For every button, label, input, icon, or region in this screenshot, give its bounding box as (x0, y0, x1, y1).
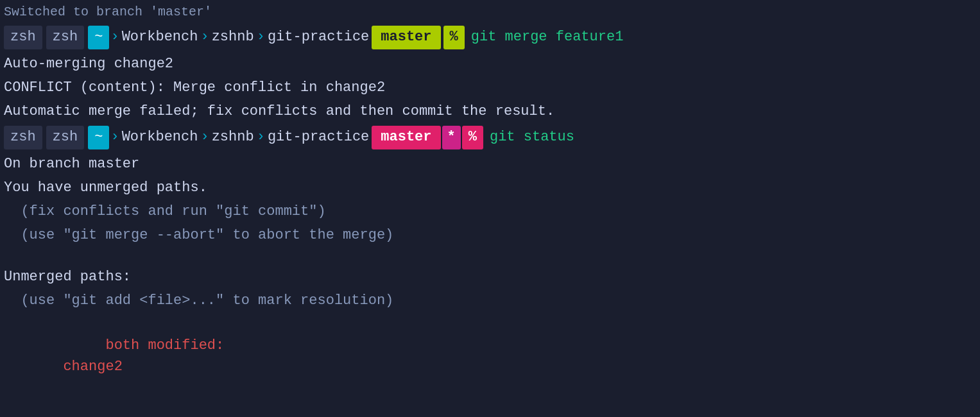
gitpractice-label-1: git-practice (268, 28, 369, 47)
zsh-label-2: zsh (46, 26, 85, 49)
automatic-merge-line: Automatic merge failed; fix conflicts an… (0, 99, 980, 123)
zsh-label-4: zsh (46, 126, 85, 149)
workbench-label-2: Workbench (122, 128, 198, 148)
unmerged-line: You have unmerged paths. (0, 176, 980, 200)
zshnb-label-1: zshnb (212, 28, 254, 47)
on-branch-line: On branch master (0, 152, 980, 176)
automerging-line: Auto-merging change2 (0, 52, 980, 76)
switched-branch-line: Switched to branch 'master' (0, 0, 980, 23)
empty-line-2 (0, 400, 980, 417)
star-badge: * (442, 126, 461, 149)
empty-line-1 (0, 247, 980, 265)
unmerged-paths-line: Unmerged paths: (0, 265, 980, 289)
both-modified-label: both modified: (38, 337, 224, 353)
conflict-line: CONFLICT (content): Merge conflict in ch… (0, 76, 980, 99)
chevron-6: › (257, 128, 265, 148)
git-merge-command: git merge feature1 (471, 28, 624, 47)
chevron-4: › (110, 128, 119, 148)
both-modified-file: change2 (38, 359, 123, 375)
percent-badge-green: % (443, 26, 465, 49)
gitpractice-label-2: git-practice (268, 128, 369, 148)
zsh-label-3: zsh (4, 126, 42, 149)
chevron-5: › (200, 128, 209, 148)
prompt-line-2[interactable]: zsh zsh ~ › Workbench › zshnb › git-prac… (0, 123, 980, 152)
terminal-window: Switched to branch 'master' zsh zsh ~ › … (0, 0, 980, 417)
both-modified-line: both modified: change2 (0, 312, 980, 400)
git-status-command: git status (490, 128, 574, 148)
zshnb-label-2: zshnb (212, 128, 254, 148)
chevron-1: › (110, 28, 119, 47)
tilde-badge-1: ~ (88, 26, 109, 49)
percent-badge-pink: % (462, 126, 483, 149)
prompt-line-1[interactable]: zsh zsh ~ › Workbench › zshnb › git-prac… (0, 23, 980, 52)
hint3-line: (use "git add <file>..." to mark resolut… (0, 289, 980, 312)
master-badge-green: master (372, 26, 440, 49)
hint1-line: (fix conflicts and run "git commit") (0, 200, 980, 223)
master-badge-pink: master (372, 126, 440, 149)
zsh-label-1: zsh (4, 26, 42, 49)
tilde-badge-2: ~ (88, 126, 109, 149)
chevron-2: › (200, 28, 209, 47)
workbench-label-1: Workbench (122, 28, 198, 47)
hint2-line: (use "git merge --abort" to abort the me… (0, 223, 980, 247)
chevron-3: › (257, 28, 265, 47)
